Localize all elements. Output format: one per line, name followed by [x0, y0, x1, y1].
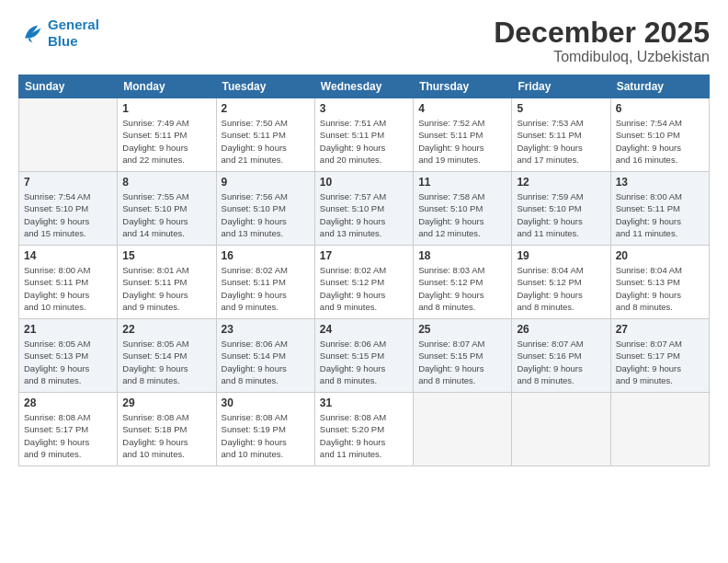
calendar-cell: 4Sunrise: 7:52 AMSunset: 5:11 PMDaylight… [414, 98, 512, 172]
day-number: 7 [24, 176, 112, 189]
day-info: Sunrise: 7:50 AMSunset: 5:11 PMDaylight:… [222, 117, 310, 166]
day-number: 21 [24, 323, 112, 336]
day-number: 19 [517, 249, 605, 262]
calendar-cell: 26Sunrise: 8:07 AMSunset: 5:16 PMDayligh… [512, 319, 610, 393]
day-number: 8 [122, 176, 210, 189]
calendar-cell [19, 98, 118, 172]
calendar-cell: 14Sunrise: 8:00 AMSunset: 5:11 PMDayligh… [19, 246, 118, 319]
calendar-cell [414, 393, 512, 466]
logo-blue: Blue [48, 33, 99, 50]
day-number: 28 [24, 396, 112, 409]
calendar-cell: 9Sunrise: 7:56 AMSunset: 5:10 PMDaylight… [216, 172, 314, 246]
day-number: 30 [222, 396, 310, 409]
day-info: Sunrise: 8:07 AMSunset: 5:15 PMDaylight:… [418, 338, 506, 386]
page: General Blue December 2025 Tomdibuloq, U… [0, 0, 728, 476]
day-info: Sunrise: 7:54 AMSunset: 5:10 PMDaylight:… [616, 117, 704, 166]
calendar-cell: 18Sunrise: 8:03 AMSunset: 5:12 PMDayligh… [414, 246, 512, 319]
day-number: 5 [517, 102, 605, 115]
day-number: 17 [320, 249, 408, 262]
day-info: Sunrise: 8:06 AMSunset: 5:15 PMDaylight:… [320, 338, 408, 386]
header: General Blue December 2025 Tomdibuloq, U… [18, 17, 710, 65]
day-number: 24 [320, 323, 408, 336]
weekday-header-saturday: Saturday [610, 75, 709, 98]
day-number: 25 [418, 323, 506, 336]
day-info: Sunrise: 8:02 AMSunset: 5:11 PMDaylight:… [222, 264, 310, 313]
calendar-cell: 11Sunrise: 7:58 AMSunset: 5:10 PMDayligh… [414, 172, 512, 246]
day-info: Sunrise: 7:58 AMSunset: 5:10 PMDaylight:… [418, 190, 506, 239]
calendar-cell [512, 393, 610, 466]
day-info: Sunrise: 8:07 AMSunset: 5:16 PMDaylight:… [517, 338, 605, 386]
calendar-week-row: 7Sunrise: 7:54 AMSunset: 5:10 PMDaylight… [19, 172, 710, 246]
day-number: 31 [320, 396, 408, 409]
day-number: 15 [122, 249, 210, 262]
calendar-cell: 21Sunrise: 8:05 AMSunset: 5:13 PMDayligh… [19, 319, 118, 393]
day-number: 27 [616, 323, 704, 336]
calendar-week-row: 14Sunrise: 8:00 AMSunset: 5:11 PMDayligh… [19, 246, 710, 319]
day-info: Sunrise: 8:08 AMSunset: 5:18 PMDaylight:… [122, 411, 210, 460]
weekday-header-thursday: Thursday [414, 75, 512, 98]
calendar-cell: 7Sunrise: 7:54 AMSunset: 5:10 PMDaylight… [19, 172, 118, 246]
month-title: December 2025 [494, 17, 710, 49]
calendar-cell: 31Sunrise: 8:08 AMSunset: 5:20 PMDayligh… [314, 393, 413, 466]
day-info: Sunrise: 7:53 AMSunset: 5:11 PMDaylight:… [517, 117, 605, 166]
day-info: Sunrise: 8:00 AMSunset: 5:11 PMDaylight:… [616, 190, 704, 239]
calendar-week-row: 28Sunrise: 8:08 AMSunset: 5:17 PMDayligh… [19, 393, 710, 466]
calendar-cell: 19Sunrise: 8:04 AMSunset: 5:12 PMDayligh… [512, 246, 610, 319]
weekday-header-monday: Monday [118, 75, 216, 98]
logo-text: General Blue [48, 17, 99, 50]
day-info: Sunrise: 8:08 AMSunset: 5:20 PMDaylight:… [320, 411, 408, 460]
day-info: Sunrise: 8:04 AMSunset: 5:12 PMDaylight:… [517, 264, 605, 313]
calendar-cell: 10Sunrise: 7:57 AMSunset: 5:10 PMDayligh… [314, 172, 413, 246]
weekday-header-wednesday: Wednesday [314, 75, 413, 98]
day-number: 18 [418, 249, 506, 262]
day-info: Sunrise: 7:54 AMSunset: 5:10 PMDaylight:… [24, 190, 112, 239]
day-info: Sunrise: 8:08 AMSunset: 5:19 PMDaylight:… [222, 411, 310, 460]
calendar-cell: 27Sunrise: 8:07 AMSunset: 5:17 PMDayligh… [610, 319, 709, 393]
weekday-header-friday: Friday [512, 75, 610, 98]
day-info: Sunrise: 8:07 AMSunset: 5:17 PMDaylight:… [616, 338, 704, 386]
day-info: Sunrise: 8:03 AMSunset: 5:12 PMDaylight:… [418, 264, 506, 313]
calendar-cell: 24Sunrise: 8:06 AMSunset: 5:15 PMDayligh… [314, 319, 413, 393]
calendar-cell [610, 393, 709, 466]
day-number: 23 [222, 323, 310, 336]
day-info: Sunrise: 8:01 AMSunset: 5:11 PMDaylight:… [122, 264, 210, 313]
day-number: 1 [122, 102, 210, 115]
calendar-cell: 28Sunrise: 8:08 AMSunset: 5:17 PMDayligh… [19, 393, 118, 466]
calendar-cell: 6Sunrise: 7:54 AMSunset: 5:10 PMDaylight… [610, 98, 709, 172]
calendar-cell: 3Sunrise: 7:51 AMSunset: 5:11 PMDaylight… [314, 98, 413, 172]
day-info: Sunrise: 7:51 AMSunset: 5:11 PMDaylight:… [320, 117, 408, 166]
day-number: 13 [616, 176, 704, 189]
day-number: 26 [517, 323, 605, 336]
day-info: Sunrise: 7:52 AMSunset: 5:11 PMDaylight:… [418, 117, 506, 166]
day-number: 3 [320, 102, 408, 115]
calendar-cell: 2Sunrise: 7:50 AMSunset: 5:11 PMDaylight… [216, 98, 314, 172]
day-number: 11 [418, 176, 506, 189]
calendar-cell: 16Sunrise: 8:02 AMSunset: 5:11 PMDayligh… [216, 246, 314, 319]
day-number: 6 [616, 102, 704, 115]
day-number: 12 [517, 176, 605, 189]
calendar-week-row: 21Sunrise: 8:05 AMSunset: 5:13 PMDayligh… [19, 319, 710, 393]
calendar-cell: 15Sunrise: 8:01 AMSunset: 5:11 PMDayligh… [118, 246, 216, 319]
logo-general: General [48, 17, 99, 32]
day-number: 10 [320, 176, 408, 189]
calendar-cell: 22Sunrise: 8:05 AMSunset: 5:14 PMDayligh… [118, 319, 216, 393]
calendar-cell: 20Sunrise: 8:04 AMSunset: 5:13 PMDayligh… [610, 246, 709, 319]
logo-bird-icon [18, 20, 44, 46]
calendar-table: SundayMondayTuesdayWednesdayThursdayFrid… [18, 75, 710, 466]
day-info: Sunrise: 7:49 AMSunset: 5:11 PMDaylight:… [122, 117, 210, 166]
calendar-week-row: 1Sunrise: 7:49 AMSunset: 5:11 PMDaylight… [19, 98, 710, 172]
day-info: Sunrise: 8:02 AMSunset: 5:12 PMDaylight:… [320, 264, 408, 313]
day-info: Sunrise: 7:59 AMSunset: 5:10 PMDaylight:… [517, 190, 605, 239]
day-number: 4 [418, 102, 506, 115]
day-number: 2 [222, 102, 310, 115]
calendar-cell: 23Sunrise: 8:06 AMSunset: 5:14 PMDayligh… [216, 319, 314, 393]
day-info: Sunrise: 8:08 AMSunset: 5:17 PMDaylight:… [24, 411, 112, 460]
day-info: Sunrise: 8:06 AMSunset: 5:14 PMDaylight:… [222, 338, 310, 386]
day-info: Sunrise: 7:57 AMSunset: 5:10 PMDaylight:… [320, 190, 408, 239]
weekday-header-row: SundayMondayTuesdayWednesdayThursdayFrid… [19, 75, 710, 98]
day-info: Sunrise: 7:56 AMSunset: 5:10 PMDaylight:… [222, 190, 310, 239]
day-info: Sunrise: 8:04 AMSunset: 5:13 PMDaylight:… [616, 264, 704, 313]
location-title: Tomdibuloq, Uzbekistan [494, 49, 710, 65]
calendar-cell: 1Sunrise: 7:49 AMSunset: 5:11 PMDaylight… [118, 98, 216, 172]
day-info: Sunrise: 7:55 AMSunset: 5:10 PMDaylight:… [122, 190, 210, 239]
